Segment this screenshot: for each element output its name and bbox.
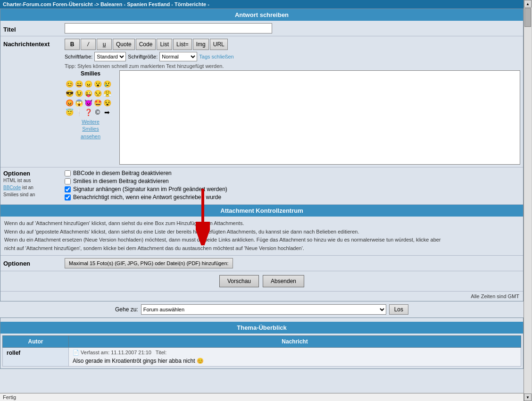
smiley-20[interactable]: ➡: [103, 108, 111, 117]
breadcrumb: Charter-Forum.com Foren-Übersicht -> Bal…: [0, 0, 524, 8]
format-row: Schriftfarbe: Standard Schriftgröße: Nor…: [65, 52, 520, 61]
checkbox-smilies: Smilies in diesem Beitrag deaktivieren: [65, 178, 520, 184]
forum-go-button[interactable]: Los: [389, 304, 408, 315]
quote-button[interactable]: Quote: [113, 39, 135, 50]
message-textarea[interactable]: [119, 70, 520, 165]
smilies-grid: 😊 😄 😠 😮 😢 😎 😉 😜 😒 😤 😡: [65, 80, 112, 117]
checkbox-signature-input[interactable]: [65, 186, 71, 192]
attachment-options-label: Optionen: [3, 260, 65, 267]
listnum-button[interactable]: List=: [173, 39, 192, 50]
smiley-6[interactable]: 😎: [65, 89, 74, 98]
options-info: HTML ist aus BBCode ist an Smilies sind …: [3, 177, 65, 198]
checkbox-smilies-input[interactable]: [65, 178, 71, 184]
checkbox-notify-input[interactable]: [65, 194, 71, 200]
italic-button[interactable]: /: [81, 39, 96, 50]
img-button[interactable]: Img: [193, 39, 209, 50]
smiley-17[interactable]: ❕: [75, 108, 83, 117]
smiley-13[interactable]: 👿: [84, 99, 92, 107]
goto-label: Gehe zu:: [115, 306, 138, 313]
smiley-16[interactable]: 😇: [65, 108, 74, 117]
font-color-select[interactable]: Standard: [94, 52, 126, 61]
status-bar: Fertig: [0, 393, 524, 401]
bold-button[interactable]: B: [65, 39, 80, 50]
titel-label: Titel: [3, 24, 65, 33]
smiley-1[interactable]: 😊: [65, 80, 74, 88]
scrollbar-track: [524, 8, 532, 393]
smiley-19[interactable]: ©: [93, 108, 102, 117]
smiley-7[interactable]: 😉: [75, 89, 83, 98]
smiley-3[interactable]: 😠: [84, 80, 92, 88]
smiley-10[interactable]: 😤: [103, 89, 111, 98]
title-input[interactable]: [65, 23, 272, 33]
attachment-info: Wenn du auf 'Attachment hinzufügen' klic…: [0, 217, 523, 255]
forum-nav-select[interactable]: Forum auswählen: [141, 304, 386, 315]
smiley-4[interactable]: 😮: [93, 80, 102, 88]
submit-button[interactable]: Absenden: [263, 275, 304, 287]
list-button[interactable]: List: [157, 39, 172, 50]
smiley-14[interactable]: 🤩: [93, 99, 102, 107]
smiley-11[interactable]: 😡: [65, 99, 74, 107]
author-cell: rollef: [3, 348, 69, 367]
reply-header: Antwort schreiben: [0, 9, 523, 21]
col-autor: Autor: [3, 336, 69, 348]
message-cell: 📄 Verfasst am: 11.11.2007 21:10 Titel: A…: [69, 348, 521, 367]
preview-button[interactable]: Vorschau: [219, 275, 259, 287]
tip-text: Tipp: Styles können schnell zum markiert…: [65, 63, 520, 69]
attachment-header: Attachment Kontrollzentrum: [0, 205, 523, 217]
more-smilies-link[interactable]: Weitere Smilies ansehen: [81, 119, 100, 139]
checkbox-bbcode: BBCode in diesem Beitrag deaktivieren: [65, 170, 520, 176]
post-text: Also gerade im Kroatientröt gings hier a…: [73, 358, 517, 364]
thema-table: Autor Nachricht rollef 📄: [2, 335, 521, 367]
options-title: Optionen: [3, 170, 65, 177]
url-button[interactable]: URL: [210, 39, 228, 50]
scrollbar-up-arrow[interactable]: ▲: [524, 0, 532, 8]
nachrichtentext-label: Nachrichtentext: [3, 39, 65, 48]
smiley-2[interactable]: 😄: [75, 80, 83, 88]
smiley-8[interactable]: 😜: [84, 89, 92, 98]
checkbox-signature: Signatur anhängen (Signatur kann im Prof…: [65, 186, 520, 192]
checkbox-notify: Benachrichtigt mich, wenn eine Antwort g…: [65, 194, 520, 200]
add-attachment-button[interactable]: Maximal 15 Foto(s) (GIF, JPG, PNG) oder …: [65, 258, 233, 268]
smilies-title: Smilies: [65, 70, 116, 77]
scrollbar-thumb[interactable]: [524, 8, 531, 27]
col-nachricht: Nachricht: [69, 336, 521, 348]
thema-overview-header: Thema-Überblick: [0, 322, 523, 334]
tags-close-link[interactable]: Tags schließen: [199, 54, 233, 59]
scrollbar-down-arrow[interactable]: ▼: [524, 393, 532, 401]
smiley-12[interactable]: 😱: [75, 99, 83, 107]
forum-nav-row: Gehe zu: Forum auswählen Los: [0, 301, 524, 317]
underline-button[interactable]: u: [97, 39, 112, 50]
table-row: rollef 📄 Verfasst am: 11.11.2007 21:10 T…: [3, 348, 521, 367]
smiley-15[interactable]: 😵: [103, 99, 111, 107]
font-size-label: Schriftgröße:: [128, 54, 158, 59]
smiley-5[interactable]: 😢: [103, 80, 111, 88]
toolbar: B / u Quote Code List List= Img URL: [65, 39, 520, 50]
font-color-label: Schriftfarbe:: [65, 54, 92, 59]
smilies-panel: Smilies 😊 😄 😠 😮 😢 😎 😉 😜 😒: [65, 70, 116, 165]
scrollbar-right[interactable]: ▲ ▼: [524, 0, 532, 401]
code-button[interactable]: Code: [136, 39, 156, 50]
gmt-text: Alle Zeiten sind GMT: [0, 291, 523, 301]
smiley-18[interactable]: ❓: [84, 108, 92, 117]
submit-row: Vorschau Absenden: [0, 271, 523, 291]
font-size-select[interactable]: Normal: [159, 52, 197, 61]
post-meta: 📄 Verfasst am: 11.11.2007 21:10 Titel:: [73, 350, 517, 356]
bbcode-link[interactable]: BBCode: [3, 185, 21, 190]
checkbox-bbcode-input[interactable]: [65, 170, 71, 176]
smiley-9[interactable]: 😒: [93, 89, 102, 98]
